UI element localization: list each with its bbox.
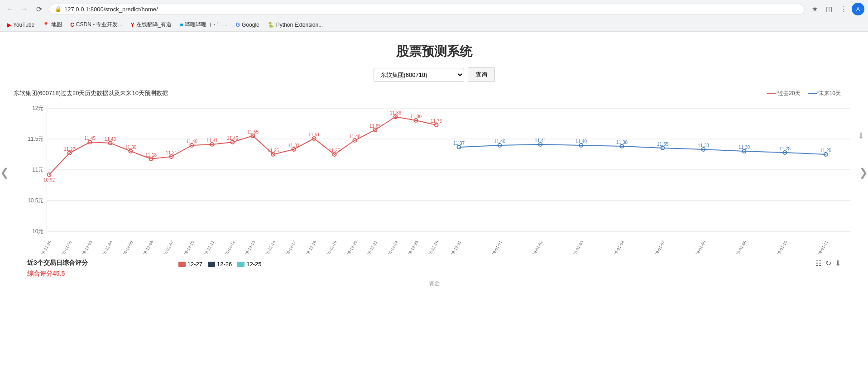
menu-button[interactable]: ⋮	[837, 3, 850, 15]
svg-text:2018-12-17: 2018-12-17	[283, 240, 297, 254]
chart-nav-left[interactable]: ❮	[0, 166, 9, 179]
svg-text:2019-01-07: 2019-01-07	[652, 240, 666, 254]
bookmark-youdao-label: 在线翻译_有道	[136, 21, 172, 29]
svg-text:2019-01-10: 2019-01-10	[774, 240, 788, 254]
svg-text:2018-12-18: 2018-12-18	[303, 240, 317, 254]
address-bar[interactable]: 🔒 127.0.0.1:8000/stock_predict/home/	[49, 4, 805, 15]
svg-text:11.25: 11.25	[329, 148, 340, 153]
nav-buttons: ← → ⟳	[4, 3, 45, 15]
legend-past: 过去20天	[767, 90, 800, 97]
svg-text:2018-12-19: 2018-12-19	[323, 240, 338, 254]
bookmark-bilibili-label: 哔哩哔哩（ · 'ゝ...	[185, 21, 227, 29]
svg-text:2019-01-09: 2019-01-09	[733, 240, 748, 254]
svg-text:2018-12-25: 2018-12-25	[405, 240, 419, 254]
python-icon: 🐍	[268, 22, 274, 28]
google-icon: G	[236, 22, 240, 28]
legend-future-label: 未来10天	[819, 90, 841, 97]
lock-icon: 🔒	[55, 6, 62, 12]
legend-past-label: 过去20天	[778, 90, 800, 97]
browser-actions: ★ ◫ ⋮ A	[808, 3, 864, 15]
bottom-area: 近3个交易日综合评分 综合评分45.5 12-27 12-26 12-25 ☷ …	[0, 255, 868, 278]
svg-text:11.40: 11.40	[186, 139, 197, 144]
svg-text:2019-01-01: 2019-01-01	[489, 240, 503, 254]
tab-button[interactable]: ◫	[823, 3, 835, 15]
svg-text:2018-12-26: 2018-12-26	[425, 240, 440, 254]
svg-text:11.86: 11.86	[390, 110, 401, 115]
bookmark-bilibili[interactable]: ■ 哔哩哔哩（ · 'ゝ...	[176, 19, 231, 30]
csdn-icon: C	[70, 22, 74, 28]
svg-text:11.40: 11.40	[575, 139, 587, 144]
bookmark-youdao[interactable]: Y 在线翻译_有道	[127, 19, 176, 30]
chart-nav-right[interactable]: ❯	[859, 166, 868, 179]
youtube-icon: ▶	[7, 22, 11, 28]
bookmark-csdn[interactable]: C CSDN - 专业开发...	[67, 19, 126, 30]
chart-legend: 过去20天 未来10天	[767, 90, 841, 97]
chart-refresh-btn[interactable]: ↻	[825, 259, 831, 268]
svg-text:11.41: 11.41	[206, 138, 218, 143]
svg-text:11.38: 11.38	[616, 140, 628, 145]
svg-text:11.43: 11.43	[105, 137, 116, 142]
chart-svg-container: 12元 11.5元 11元 10.5元 10元	[9, 100, 859, 255]
bookmark-google[interactable]: G Google	[232, 20, 263, 29]
svg-text:11.65: 11.65	[369, 124, 381, 129]
svg-text:2018-12-24: 2018-12-24	[384, 240, 399, 254]
svg-text:2018-12-14: 2018-12-14	[262, 240, 277, 254]
svg-text:11.48: 11.48	[349, 134, 360, 139]
eval-legend: 12-27 12-26 12-25	[178, 259, 262, 268]
bookmark-csdn-label: CSDN - 专业开发...	[76, 21, 123, 29]
svg-text:11.41: 11.41	[535, 138, 546, 143]
svg-text:12元: 12元	[32, 105, 43, 111]
legend-blue-line	[808, 93, 817, 94]
bookmark-youtube-label: YouTube	[13, 22, 34, 28]
back-button[interactable]: ←	[4, 3, 16, 15]
stock-select[interactable]: 东软集团(600718)	[374, 68, 464, 82]
stock-chart: 12元 11.5元 11元 10.5元 10元	[9, 100, 859, 254]
svg-text:2018-12-03: 2018-12-03	[79, 240, 93, 254]
chart-actions: ☷ ↻ ⇓	[815, 259, 841, 268]
eval-date-1226: 12-26	[217, 261, 232, 268]
chart-download-btn[interactable]: ⇓	[835, 259, 841, 268]
maps-icon: 📍	[43, 22, 49, 28]
svg-text:10.92: 10.92	[43, 177, 55, 182]
bookmark-python[interactable]: 🐍 Python Extension...	[264, 20, 326, 29]
bookmark-star-button[interactable]: ★	[808, 3, 821, 15]
footer-hint-text: 资金	[429, 280, 440, 287]
svg-text:2019-01-03: 2019-01-03	[570, 240, 585, 254]
chart-header: 东软集团(600718)过去20天历史数据以及未来10天预测数据 过去20天 未…	[9, 89, 859, 97]
eval-date-1225: 12-25	[246, 261, 261, 268]
right-download-btn[interactable]: ⇓	[858, 131, 864, 141]
profile-button[interactable]: A	[852, 3, 864, 15]
eval-color-1226	[208, 262, 215, 267]
reload-button[interactable]: ⟳	[33, 3, 45, 15]
svg-text:11.45: 11.45	[227, 136, 238, 141]
svg-text:11.5元: 11.5元	[28, 136, 43, 142]
forecast-line	[459, 144, 826, 154]
eval-legend-1227: 12-27	[178, 261, 202, 268]
bookmark-youtube[interactable]: ▶ YouTube	[4, 20, 38, 29]
svg-text:2018-12-05: 2018-12-05	[120, 240, 134, 254]
svg-text:11.51: 11.51	[308, 132, 320, 137]
svg-text:11.40: 11.40	[494, 139, 505, 144]
svg-text:2018-12-12: 2018-12-12	[221, 240, 236, 254]
legend-red-line	[767, 93, 776, 94]
bookmark-maps-label: 地图	[51, 21, 62, 29]
svg-text:11.33: 11.33	[288, 143, 299, 148]
bookmark-python-label: Python Extension...	[276, 22, 323, 28]
eval-legend-1226: 12-26	[208, 261, 232, 268]
bookmark-maps[interactable]: 📍 地图	[39, 19, 66, 30]
evaluation-title: 近3个交易日综合评分	[27, 259, 88, 267]
query-button[interactable]: 查询	[468, 67, 495, 82]
svg-text:2019-01-08: 2019-01-08	[692, 240, 707, 254]
footer-hint: 资金	[0, 278, 868, 289]
svg-text:11元: 11元	[32, 167, 43, 173]
bilibili-icon: ■	[180, 22, 183, 28]
eval-date-1227: 12-27	[187, 261, 202, 268]
chart-table-btn[interactable]: ☷	[815, 259, 822, 268]
svg-text:2018-12-13: 2018-12-13	[242, 240, 256, 254]
forward-button[interactable]: →	[18, 3, 31, 15]
svg-text:2018-12-04: 2018-12-04	[99, 240, 114, 254]
svg-text:2018-11-30: 2018-11-30	[58, 240, 73, 254]
svg-text:10.5元: 10.5元	[28, 197, 43, 204]
bookmarks-bar: ▶ YouTube 📍 地图 C CSDN - 专业开发... Y 在线翻译_有…	[0, 18, 868, 32]
svg-text:11.18: 11.18	[145, 153, 157, 158]
